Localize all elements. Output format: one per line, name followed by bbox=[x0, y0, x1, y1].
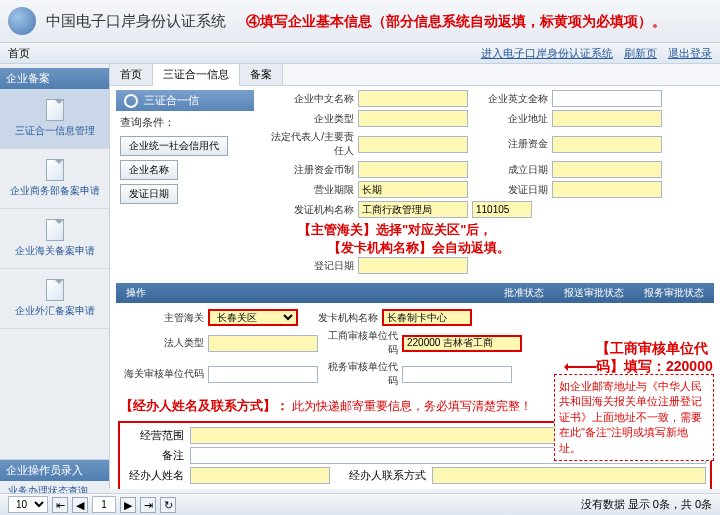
anno-mail-label: 【经办人姓名及联系方式】： bbox=[120, 398, 289, 413]
anno-mail-tip: 此为快递邮寄重要信息，务必填写清楚完整！ bbox=[292, 399, 532, 413]
opbar-t2[interactable]: 报送审批状态 bbox=[554, 284, 634, 302]
issue-org-field[interactable] bbox=[358, 201, 468, 218]
logo bbox=[8, 7, 36, 35]
btn-credit-code[interactable]: 企业统一社会信用代 bbox=[120, 136, 228, 156]
nav-refresh[interactable]: 刷新页 bbox=[624, 47, 657, 59]
addr-field[interactable] bbox=[552, 110, 662, 127]
pager-last[interactable]: ⇥ bbox=[140, 497, 156, 513]
tab-cert-info[interactable]: 三证合一信息 bbox=[153, 64, 240, 86]
reg-date-field[interactable] bbox=[358, 257, 468, 274]
doc-icon bbox=[46, 279, 64, 301]
tabs: 首页 三证合一信息 备案 bbox=[110, 64, 720, 86]
instruction-4: ④填写企业基本信息（部分信息系统自动返填，标黄项为必填项）。 bbox=[246, 12, 666, 30]
sidebar-header: 企业备案 bbox=[0, 68, 109, 89]
anno-code: 【工商审核单位代码】填写：220000 bbox=[596, 339, 716, 375]
footer: 10 ⇤ ◀ ▶ ⇥ ↻ 没有数据 显示 0条，共 0条 bbox=[0, 493, 720, 515]
op-bar: 操作 批准状态 报送审批状态 报务审批状态 bbox=[116, 283, 714, 303]
pagesize-select[interactable]: 10 bbox=[8, 496, 48, 513]
doc-icon bbox=[46, 99, 64, 121]
legal-type-field[interactable] bbox=[208, 335, 318, 352]
pager-refresh[interactable]: ↻ bbox=[160, 497, 176, 513]
opbar-t1[interactable]: 批准状态 bbox=[494, 284, 554, 302]
btn-issue-date[interactable]: 发证日期 bbox=[120, 184, 178, 204]
sidebar2-header[interactable]: 企业操作员录入 bbox=[0, 460, 109, 481]
tab-home[interactable]: 首页 bbox=[110, 64, 153, 85]
bizterm-field[interactable] bbox=[358, 181, 468, 198]
handler-contact-field[interactable] bbox=[432, 467, 706, 484]
cust-review-field[interactable] bbox=[208, 366, 318, 383]
type-field[interactable] bbox=[358, 110, 468, 127]
regcap-field[interactable] bbox=[552, 136, 662, 153]
footer-status: 没有数据 显示 0条，共 0条 bbox=[581, 497, 712, 512]
cn-name-field[interactable] bbox=[358, 90, 468, 107]
pager-first[interactable]: ⇤ bbox=[52, 497, 68, 513]
sidebar-item-commerce[interactable]: 企业商务部备案申请 bbox=[0, 149, 109, 209]
tax-review-field[interactable] bbox=[402, 366, 512, 383]
en-name-field[interactable] bbox=[552, 90, 662, 107]
doc-icon bbox=[46, 219, 64, 241]
opbar-op[interactable]: 操作 bbox=[116, 284, 156, 302]
pager-page[interactable] bbox=[92, 496, 116, 513]
admin-code-field[interactable] bbox=[472, 201, 532, 218]
query-label: 查询条件： bbox=[110, 111, 260, 134]
top-nav: 首页 进入电子口岸身份认证系统 刷新页 退出登录 bbox=[0, 42, 720, 64]
nav-system-link[interactable]: 进入电子口岸身份认证系统 bbox=[481, 47, 613, 59]
issue-date-field[interactable] bbox=[552, 181, 662, 198]
sidebar-item-customs[interactable]: 企业海关备案申请 bbox=[0, 209, 109, 269]
regcap-cur-field[interactable] bbox=[358, 161, 468, 178]
anno-customs: 【主管海关】选择"对应关区"后， bbox=[298, 221, 712, 239]
anno-card: 【发卡机构名称】会自动返填。 bbox=[328, 239, 712, 257]
biz-review-field[interactable] bbox=[402, 335, 522, 352]
sidebar-item-cert[interactable]: 三证合一信息管理 bbox=[0, 89, 109, 149]
opbar-t3[interactable]: 报务审批状态 bbox=[634, 284, 714, 302]
anno-addr-note: 如企业邮寄地址与《中华人民共和国海关报关单位注册登记证书》上面地址不一致，需要在… bbox=[554, 374, 714, 461]
doc-icon bbox=[46, 159, 64, 181]
app-title: 中国电子口岸身份认证系统 bbox=[46, 12, 226, 31]
pager-prev[interactable]: ◀ bbox=[72, 497, 88, 513]
est-date-field[interactable] bbox=[552, 161, 662, 178]
pager-next[interactable]: ▶ bbox=[120, 497, 136, 513]
btn-ent-name[interactable]: 企业名称 bbox=[120, 160, 178, 180]
nav-home[interactable]: 首页 bbox=[8, 46, 30, 61]
tab-record[interactable]: 备案 bbox=[240, 64, 283, 85]
handler-name-field[interactable] bbox=[190, 467, 330, 484]
nav-logout[interactable]: 退出登录 bbox=[668, 47, 712, 59]
sidebar-item-forex[interactable]: 企业外汇备案申请 bbox=[0, 269, 109, 329]
section-header: 三证合一信 bbox=[116, 90, 254, 111]
legal-field[interactable] bbox=[358, 136, 468, 153]
customs-select[interactable]: 长春关区 bbox=[208, 309, 298, 326]
card-org-field[interactable] bbox=[382, 309, 472, 326]
